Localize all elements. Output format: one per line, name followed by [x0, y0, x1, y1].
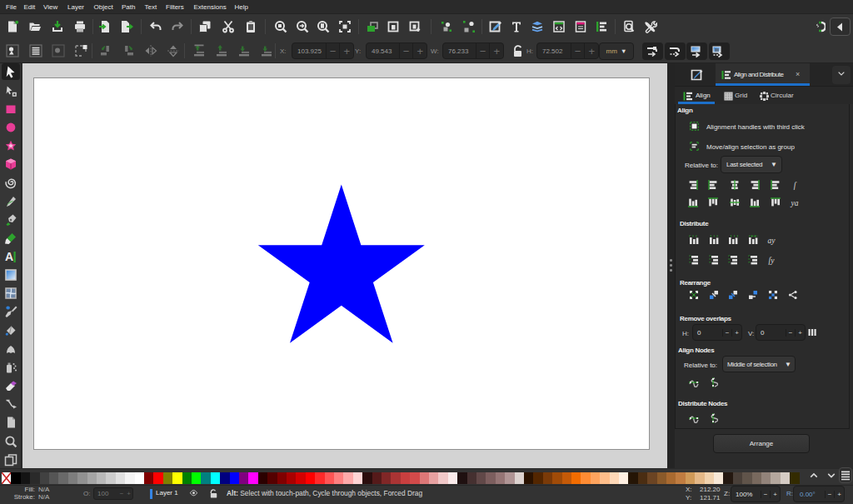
svg-text:ya: ya [791, 199, 799, 207]
svg-text:ay: ay [768, 237, 776, 245]
svg-text:ſ: ſ [794, 182, 797, 190]
svg-text:A: A [5, 250, 13, 263]
svg-text:ſy: ſy [769, 257, 776, 265]
